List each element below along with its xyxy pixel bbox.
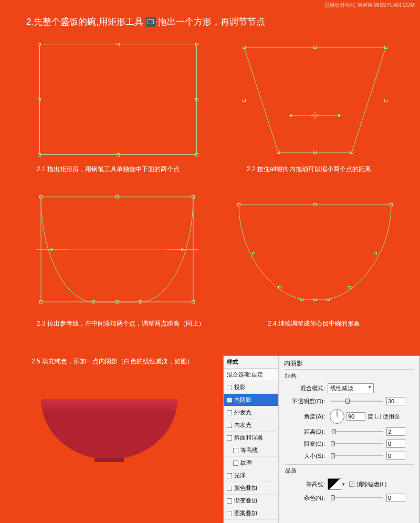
figure-2-1 bbox=[39, 45, 197, 155]
distance-input[interactable]: 2 bbox=[386, 427, 405, 436]
contour-row: 等高线: ▾ 消除锯齿(L) bbox=[284, 478, 414, 490]
size-input[interactable]: 0 bbox=[386, 452, 405, 460]
figure-2-5 bbox=[37, 383, 184, 504]
settings-title: 内阴影 bbox=[284, 359, 414, 370]
structure-label: 结构 bbox=[285, 372, 414, 380]
opacity-row: 不透明度(O): 30 bbox=[284, 397, 414, 405]
option-gradient-overlay[interactable]: 渐变叠加 bbox=[224, 495, 278, 507]
option-outer-glow[interactable]: 外发光 bbox=[224, 406, 278, 419]
watermark: 思缘设计论坛 WWW.MISSYUAN.COM bbox=[324, 2, 415, 9]
option-color-overlay[interactable]: 颜色叠加 bbox=[224, 482, 278, 495]
blend-mode-select[interactable]: 线性减淡▾ bbox=[328, 383, 374, 393]
caption-2-5: 2.5 填充纯色，添加一点内阴影（白色的线性减淡，如图） bbox=[32, 357, 193, 366]
styles-header: 样式 bbox=[224, 356, 278, 369]
trapezoid-outline bbox=[236, 45, 394, 155]
angle-dial[interactable] bbox=[330, 409, 344, 424]
caption-2-1: 2.1 拖出矩形后，用钢笔工具单独选中下面的两个点 bbox=[37, 165, 180, 174]
blend-options[interactable]: 混合选项:自定 bbox=[224, 369, 278, 381]
bowl-path-edit bbox=[36, 194, 198, 312]
caption-2-4: 2.4 继续调整成你心目中碗的形象 bbox=[268, 319, 360, 328]
global-light-checkbox[interactable] bbox=[375, 414, 381, 419]
noise-slider[interactable] bbox=[331, 497, 383, 498]
option-drop-shadow[interactable]: 投影 bbox=[224, 381, 278, 394]
size-slider[interactable] bbox=[331, 455, 383, 456]
figure-2-4 bbox=[236, 202, 394, 312]
bowl-final-path bbox=[236, 202, 394, 312]
option-bevel[interactable]: 斜面和浮雕 bbox=[224, 432, 278, 444]
title-before: 2.先整个盛饭的碗,用矩形工具 bbox=[26, 16, 143, 28]
option-inner-shadow[interactable]: 内阴影 bbox=[224, 394, 278, 406]
distance-row: 距离(D): 2 bbox=[284, 427, 414, 436]
quality-label: 品质 bbox=[285, 464, 414, 475]
bowl-shape bbox=[41, 399, 177, 459]
caption-2-3: 2.3 拉出参考线，在中间添加两个点，调整两点距离（同上） bbox=[37, 319, 205, 328]
size-row: 大小(S): 0 bbox=[284, 452, 414, 460]
center-target-icon bbox=[311, 112, 319, 119]
noise-input[interactable]: 0 bbox=[386, 494, 405, 502]
bowl-foot bbox=[94, 458, 124, 462]
choke-slider[interactable] bbox=[331, 443, 383, 444]
figure-2-2 bbox=[236, 45, 394, 155]
svg-marker-0 bbox=[244, 47, 386, 152]
choke-input[interactable]: 0 bbox=[386, 440, 405, 448]
opacity-input[interactable]: 30 bbox=[386, 397, 405, 405]
svg-marker-3 bbox=[338, 114, 341, 117]
option-satin[interactable]: 光泽 bbox=[224, 469, 278, 482]
distance-slider[interactable] bbox=[331, 431, 383, 432]
main-title: 2.先整个盛饭的碗,用矩形工具 拖出一个方形，再调节节点 bbox=[26, 16, 265, 28]
styles-list: 样式 混合选项:自定 投影 内阴影 外发光 内发光 斜面和浮雕 等高线 纹理 光… bbox=[224, 356, 279, 523]
antialias-checkbox[interactable] bbox=[349, 482, 354, 487]
choke-row: 阻塞(C): 0 bbox=[284, 440, 414, 448]
option-texture[interactable]: 纹理 bbox=[224, 457, 278, 469]
angle-input[interactable]: 90 bbox=[346, 412, 365, 421]
figure-2-3 bbox=[36, 194, 198, 312]
option-pattern-overlay[interactable]: 图案叠加 bbox=[224, 507, 278, 520]
title-after: 拖出一个方形，再调节节点 bbox=[158, 16, 265, 28]
angle-row: 角度(A): 90 度 使用全 bbox=[284, 409, 414, 424]
layer-style-panel: 样式 混合选项:自定 投影 内阴影 外发光 内发光 斜面和浮雕 等高线 纹理 光… bbox=[223, 355, 420, 523]
option-contour[interactable]: 等高线 bbox=[224, 444, 278, 457]
option-inner-glow[interactable]: 内发光 bbox=[224, 419, 278, 432]
inner-shadow-settings: 内阴影 结构 混合模式: 线性减淡▾ 不透明度(O): 30 角度(A): 90… bbox=[279, 356, 419, 523]
noise-row: 杂色(N): 0 bbox=[284, 494, 414, 502]
rectangle-tool-icon bbox=[145, 17, 156, 27]
opacity-slider[interactable] bbox=[331, 401, 383, 402]
contour-picker[interactable] bbox=[328, 478, 341, 490]
svg-marker-2 bbox=[289, 114, 292, 117]
caption-2-2: 2.2 按住alt键向内拖动可以缩小两个点的距离 bbox=[247, 165, 371, 174]
blend-mode-row: 混合模式: 线性减淡▾ bbox=[284, 383, 414, 393]
